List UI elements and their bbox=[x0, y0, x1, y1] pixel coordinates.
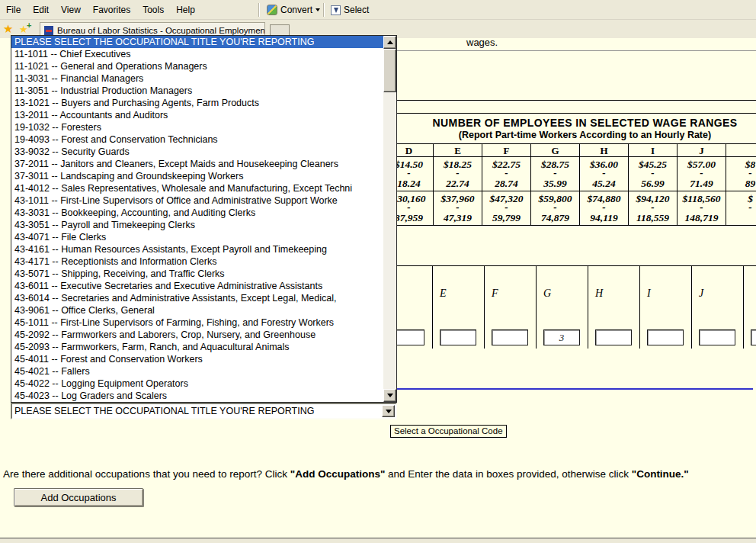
annual-range-cell: $59,800 - 74,879 bbox=[531, 191, 579, 226]
wage-column: $8 - 89 $ - bbox=[726, 144, 756, 226]
listbox-option[interactable]: 45-1011 -- First-Line Supervisors of Far… bbox=[11, 316, 383, 329]
add-occupations-button[interactable]: Add Occupations bbox=[14, 488, 143, 506]
hourly-range-cell: $45.25 - 56.99 bbox=[629, 157, 677, 191]
listbox-option[interactable]: 43-1011 -- First-Line Supervisors of Off… bbox=[11, 194, 383, 207]
question-text-1: Are there additional occupations that yo… bbox=[3, 468, 290, 480]
listbox-option[interactable]: 43-4171 -- Receptionists and Information… bbox=[11, 255, 383, 268]
arrow-down-icon bbox=[387, 394, 393, 400]
listbox-option[interactable]: 13-1021 -- Buyers and Purchasing Agents,… bbox=[11, 97, 383, 109]
annual-range-cell: $37,960 - 47,319 bbox=[434, 191, 482, 226]
listbox-option[interactable]: 45-2092 -- Farmworkers and Laborers, Cro… bbox=[11, 329, 383, 341]
entry-column: J bbox=[692, 266, 744, 349]
select-label: Select bbox=[344, 5, 369, 15]
wage-column-letter: G bbox=[531, 144, 579, 157]
continue-emphasis: "Continue." bbox=[632, 468, 689, 480]
menu-tools[interactable]: Tools bbox=[136, 1, 170, 19]
listbox-option[interactable]: 33-9032 -- Security Guards bbox=[11, 146, 383, 158]
convert-button[interactable]: Convert bbox=[264, 2, 323, 18]
listbox-option[interactable]: 45-2093 -- Farmworkers, Farm, Ranch, and… bbox=[11, 341, 383, 353]
range-dash: - bbox=[434, 204, 482, 212]
listbox-option[interactable]: 43-9061 -- Office Clerks, General bbox=[11, 304, 383, 316]
entry-column-letter bbox=[744, 266, 756, 288]
listbox-option[interactable]: 45-4022 -- Logging Equipment Operators bbox=[11, 378, 383, 390]
combobox-dropdown-button[interactable] bbox=[382, 405, 395, 417]
listbox-option[interactable]: 11-3031 -- Financial Managers bbox=[11, 72, 383, 85]
select-button[interactable]: Select bbox=[328, 2, 372, 18]
hourly-high-value: 89 bbox=[726, 178, 756, 189]
tab-favicon-icon bbox=[44, 26, 53, 35]
chevron-down-icon[interactable] bbox=[316, 8, 320, 14]
scroll-up-button[interactable] bbox=[383, 36, 396, 49]
range-dash: - bbox=[531, 170, 579, 178]
window-bottom-edge bbox=[0, 538, 756, 543]
employee-count-input[interactable] bbox=[543, 329, 580, 345]
page-text-fragment: wages. bbox=[466, 37, 498, 48]
listbox-option[interactable]: 41-4012 -- Sales Representatives, Wholes… bbox=[11, 182, 383, 194]
scrollbar-thumb[interactable] bbox=[383, 49, 396, 92]
wage-column-letter: I bbox=[629, 144, 677, 157]
employee-count-input[interactable] bbox=[647, 329, 684, 345]
hourly-high-value: 71.49 bbox=[678, 178, 726, 189]
listbox-option[interactable]: 43-3031 -- Bookkeeping, Accounting, and … bbox=[11, 207, 383, 219]
wage-column: J $57.00 - 71.49 $118,560 - 148,719 bbox=[678, 144, 726, 226]
listbox-option[interactable]: 43-3051 -- Payroll and Timekeeping Clerk… bbox=[11, 219, 383, 231]
menu-view[interactable]: View bbox=[55, 1, 87, 19]
wage-column: G $28.75 - 35.99 $59,800 - 74,879 bbox=[531, 144, 580, 226]
menu-favorites[interactable]: Favorites bbox=[87, 1, 136, 19]
annual-range-cell: $ - bbox=[726, 191, 756, 226]
favorites-star-icon[interactable] bbox=[3, 22, 15, 34]
range-dash: - bbox=[482, 170, 530, 178]
listbox-option-selected[interactable]: PLEASE SELECT THE OCCUPATIONAL TITLE YOU… bbox=[11, 36, 383, 48]
wage-table-columns: D $14.50 - 18.24 $30,160 - 37,959 E bbox=[385, 143, 756, 226]
listbox-option[interactable]: 45-4023 -- Log Graders and Scalers bbox=[11, 390, 383, 402]
wage-column: I $45.25 - 56.99 $94,120 - 118,559 bbox=[629, 144, 678, 226]
listbox-option[interactable]: 13-2011 -- Accountants and Auditors bbox=[11, 109, 383, 121]
listbox-option[interactable]: 43-4071 -- File Clerks bbox=[11, 231, 383, 243]
listbox-option[interactable]: 43-5071 -- Shipping, Receiving, and Traf… bbox=[11, 268, 383, 280]
convert-icon bbox=[267, 5, 277, 15]
hourly-high-value: 22.74 bbox=[434, 178, 482, 189]
listbox-option[interactable]: 11-3051 -- Industrial Production Manager… bbox=[11, 85, 383, 97]
employee-count-input[interactable] bbox=[595, 329, 632, 345]
wage-column: H $36.00 - 45.24 $74,880 - 94,119 bbox=[580, 144, 629, 226]
combobox-value: PLEASE SELECT THE OCCUPATIONAL TITLE YOU… bbox=[12, 406, 382, 416]
listbox-option[interactable]: 19-4093 -- Forest and Conservation Techn… bbox=[11, 133, 383, 146]
listbox-option[interactable]: 45-4021 -- Fallers bbox=[11, 365, 383, 378]
entry-column-letter: F bbox=[485, 266, 536, 300]
listbox-option[interactable]: 37-3011 -- Landscaping and Groundskeepin… bbox=[11, 170, 383, 182]
listbox-scrollbar[interactable] bbox=[383, 36, 396, 402]
menu-file[interactable]: File bbox=[0, 1, 27, 19]
occupation-combobox[interactable]: PLEASE SELECT THE OCCUPATIONAL TITLE YOU… bbox=[11, 403, 397, 419]
annual-high-value bbox=[726, 212, 756, 223]
range-dash: - bbox=[678, 204, 726, 212]
hourly-high-value: 45.24 bbox=[580, 178, 628, 189]
listbox-option[interactable]: 19-1032 -- Foresters bbox=[11, 121, 383, 133]
listbox-option[interactable]: 45-4011 -- Forest and Conservation Worke… bbox=[11, 353, 383, 365]
employee-count-input[interactable] bbox=[699, 329, 735, 345]
entry-column-letter: H bbox=[588, 266, 639, 300]
range-dash: - bbox=[678, 170, 726, 178]
listbox-option[interactable]: 43-6014 -- Secretaries and Administrativ… bbox=[11, 292, 383, 304]
scroll-down-button[interactable] bbox=[383, 389, 396, 402]
menu-help[interactable]: Help bbox=[170, 1, 201, 19]
entry-column: F bbox=[485, 266, 537, 349]
listbox-option[interactable]: 11-1011 -- Chief Executives bbox=[11, 48, 383, 60]
employee-count-input[interactable] bbox=[751, 329, 756, 345]
add-favorite-icon[interactable] bbox=[19, 22, 33, 34]
annual-range-cell: $118,560 - 148,719 bbox=[678, 191, 726, 226]
employee-count-input[interactable] bbox=[492, 329, 528, 345]
convert-label: Convert bbox=[280, 5, 312, 15]
tab-stub[interactable] bbox=[270, 24, 290, 36]
listbox-option[interactable]: 11-1021 -- General and Operations Manage… bbox=[11, 60, 383, 72]
listbox-items: PLEASE SELECT THE OCCUPATIONAL TITLE YOU… bbox=[11, 36, 383, 402]
entry-column-letter: E bbox=[433, 266, 484, 300]
wage-column-letter: F bbox=[482, 144, 530, 157]
annual-high-value: 118,559 bbox=[629, 212, 677, 223]
range-dash: - bbox=[580, 204, 628, 212]
listbox-option[interactable]: 43-6011 -- Executive Secretaries and Exe… bbox=[11, 280, 383, 292]
listbox-option[interactable]: 43-4161 -- Human Resources Assistants, E… bbox=[11, 243, 383, 255]
listbox-option[interactable]: 37-2011 -- Janitors and Cleaners, Except… bbox=[11, 158, 383, 170]
wage-column-letter: E bbox=[434, 144, 482, 157]
employee-count-input[interactable] bbox=[440, 329, 476, 345]
menu-edit[interactable]: Edit bbox=[27, 1, 55, 19]
